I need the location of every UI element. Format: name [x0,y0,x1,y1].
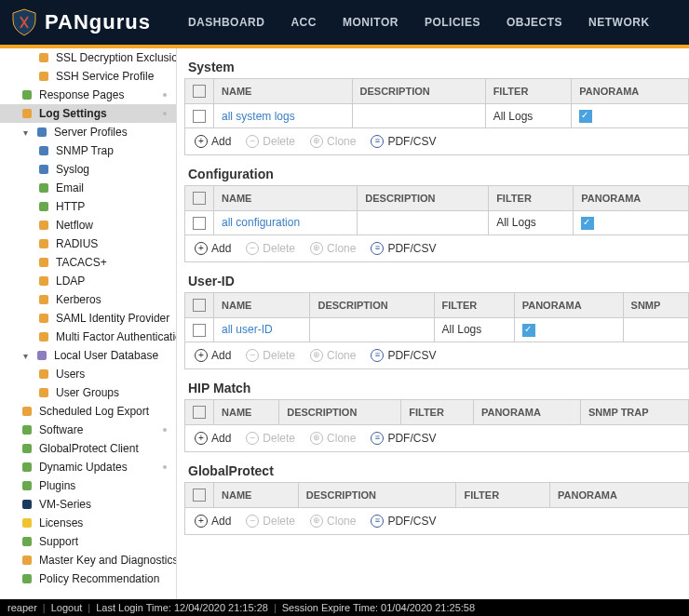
sidebar-item-ssl-decryption-exclusion[interactable]: SSL Decryption Exclusion [0,48,176,67]
sidebar-item-snmp-trap[interactable]: SNMP Trap [0,141,176,160]
sidebar-item-users[interactable]: Users [0,365,176,383]
sidebar-item-local-user-database[interactable]: ▾Local User Database [0,346,176,365]
sidebar-item-ssh-service-profile[interactable]: SSH Service Profile [0,67,176,86]
sidebar-item-support[interactable]: Support [0,532,176,551]
sidebar-item-master-key-and-diagnostics[interactable]: Master Key and Diagnostics [0,551,176,569]
sidebar-item-radius[interactable]: RADIUS [0,234,176,253]
sidebar-item-syslog[interactable]: Syslog [0,160,176,179]
select-all-checkbox[interactable] [193,299,206,312]
sidebar-item-globalprotect-client[interactable]: GlobalProtect Client [0,439,176,458]
column-header[interactable]: DESCRIPTION [279,399,401,424]
column-header[interactable]: DESCRIPTION [310,292,434,317]
clone-button[interactable]: Clone [304,347,361,364]
section-configuration: ConfigurationNAMEDESCRIPTIONFILTERPANORA… [184,161,689,262]
add-button[interactable]: Add [189,430,236,447]
clone-button[interactable]: Clone [304,430,361,447]
add-button[interactable]: Add [189,347,236,364]
table-row[interactable]: all user-IDAll Logs [185,317,689,341]
column-header[interactable]: NAME [214,482,299,507]
sidebar-item-http[interactable]: HTTP [0,197,176,216]
column-header[interactable]: PANORAMA [550,482,689,507]
add-button[interactable]: Add [189,133,236,150]
delete-button[interactable]: Delete [240,513,301,529]
row-name-link[interactable]: all user-ID [222,323,273,336]
clone-button[interactable]: Clone [304,513,361,529]
select-all-checkbox[interactable] [193,489,206,502]
sidebar-item-licenses[interactable]: Licenses [0,514,176,532]
row-name-link[interactable]: all system logs [222,110,295,123]
column-header[interactable]: SNMP TRAP [581,399,689,424]
column-header[interactable]: FILTER [485,79,572,104]
column-header[interactable]: PANORAMA [514,292,623,317]
column-header[interactable]: PANORAMA [473,399,580,424]
delete-button[interactable]: Delete [240,240,301,257]
column-header[interactable]: FILTER [401,399,474,424]
logout-link[interactable]: Logout [51,602,83,613]
plus-icon [195,135,208,148]
nav-network[interactable]: NETWORK [588,16,650,29]
clone-button[interactable]: Clone [304,240,361,257]
nav-acc[interactable]: ACC [290,16,317,29]
sidebar-item-ldap[interactable]: LDAP [0,272,176,290]
nav-dashboard[interactable]: DASHBOARD [188,16,265,29]
select-all-checkbox[interactable] [193,85,206,98]
column-header[interactable]: NAME [214,399,279,424]
sidebar-item-plugins[interactable]: Plugins [0,476,176,495]
sidebar-item-server-profiles[interactable]: ▾Server Profiles [0,123,176,141]
delete-button[interactable]: Delete [240,133,301,150]
sidebar-item-kerberos[interactable]: Kerberos [0,290,176,309]
sidebar-item-scheduled-log-export[interactable]: Scheduled Log Export [0,402,176,421]
row-checkbox[interactable] [193,324,206,337]
column-header[interactable]: DESCRIPTION [352,79,485,104]
sidebar-item-software[interactable]: Software [0,421,176,439]
sidebar-item-log-settings[interactable]: Log Settings [0,104,176,123]
add-button[interactable]: Add [189,240,236,257]
select-all-checkbox[interactable] [193,406,206,419]
row-checkbox[interactable] [193,110,206,123]
minus-icon [246,135,259,148]
sidebar-item-vm-series[interactable]: VM-Series [0,495,176,514]
column-header[interactable]: NAME [214,79,353,104]
column-header[interactable]: DESCRIPTION [358,185,489,210]
nav-policies[interactable]: POLICIES [425,16,480,29]
pdf-csv-button[interactable]: PDF/CSV [365,430,441,447]
delete-button[interactable]: Delete [240,430,301,447]
column-header[interactable]: PANORAMA [574,185,689,210]
row-checkbox[interactable] [193,217,206,230]
sidebar-item-response-pages[interactable]: Response Pages [0,86,176,104]
clone-button[interactable]: Clone [304,133,361,150]
table-row[interactable]: all system logsAll Logs [185,104,689,128]
panorama-checkbox[interactable] [522,324,535,337]
nav-monitor[interactable]: MONITOR [343,16,399,29]
row-name-link[interactable]: all configuration [222,216,300,229]
sidebar-item-label: SAML Identity Provider [56,312,169,325]
sidebar-item-saml-identity-provider[interactable]: SAML Identity Provider [0,309,176,328]
column-header[interactable]: NAME [214,185,358,210]
select-all-checkbox[interactable] [193,192,206,205]
column-header[interactable]: PANORAMA [572,79,689,104]
sidebar-item-user-groups[interactable]: User Groups [0,383,176,402]
panorama-checkbox[interactable] [581,217,594,230]
add-button[interactable]: Add [189,513,236,529]
column-header[interactable]: SNMP [623,292,688,317]
panorama-checkbox[interactable] [579,110,592,123]
sidebar-item-dynamic-updates[interactable]: Dynamic Updates [0,458,176,476]
pdf-csv-button[interactable]: PDF/CSV [365,513,441,529]
pdf-csv-button[interactable]: PDF/CSV [365,240,441,257]
nav-objects[interactable]: OBJECTS [507,16,562,29]
column-header[interactable]: DESCRIPTION [298,482,456,507]
delete-button[interactable]: Delete [240,347,301,364]
pdf-csv-button[interactable]: PDF/CSV [365,347,441,364]
sidebar-item-policy-recommendation[interactable]: Policy Recommendation [0,569,176,588]
table-row[interactable]: all configurationAll Logs [185,211,689,235]
sidebar-item-email[interactable]: Email [0,179,176,197]
column-header[interactable]: NAME [214,292,310,317]
column-header[interactable]: FILTER [489,185,574,210]
pdf-csv-button[interactable]: PDF/CSV [365,133,441,150]
sidebar-item-multi-factor-authentication[interactable]: Multi Factor Authentication [0,328,176,346]
policy-green-icon [20,572,34,585]
column-header[interactable]: FILTER [456,482,550,507]
column-header[interactable]: FILTER [434,292,514,317]
sidebar-item-tacacs-[interactable]: TACACS+ [0,253,176,272]
sidebar-item-netflow[interactable]: Netflow [0,216,176,234]
